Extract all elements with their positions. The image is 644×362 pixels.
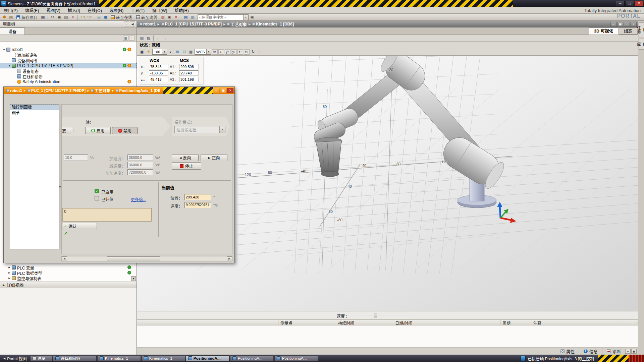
- forward-arrow-icon[interactable]: →: [162, 36, 168, 41]
- measure-column-header[interactable]: 持续时间: [336, 320, 393, 325]
- pose-wcs-value[interactable]: -133.35: [149, 70, 168, 76]
- disable-button[interactable]: ×禁用: [112, 127, 138, 134]
- menu-item[interactable]: 视图(V): [43, 6, 64, 14]
- search-input[interactable]: <在项目中搜索>▾: [198, 14, 249, 20]
- menu-item[interactable]: 在线(O): [84, 6, 106, 14]
- maximize-button[interactable]: □: [625, 1, 634, 6]
- more-info-link[interactable]: 更多信...: [131, 196, 146, 202]
- mode-select[interactable]: 速度设定值▾: [174, 126, 225, 133]
- detail-view-header[interactable]: ▶ 详细视图: [0, 282, 137, 288]
- breadcrumb-item[interactable]: 工艺对象: [91, 88, 110, 93]
- measure-column-header[interactable]: 日期/时间: [393, 320, 500, 325]
- breadcrumb-item[interactable]: PositioningAxis_1 [DB2]: [116, 88, 160, 93]
- editor-restore-icon[interactable]: ▣: [617, 22, 623, 27]
- inspector-restore-icon[interactable]: ▣: [631, 349, 637, 354]
- editor-minimize-icon[interactable]: ─: [610, 22, 616, 27]
- breadcrumb-item[interactable]: PLC_1 [CPU 1517TF-3 PN/DP]: [28, 88, 86, 93]
- pin-panel-icon[interactable]: ▫: [124, 21, 129, 26]
- tree-item[interactable]: ▶PLC 变量: [0, 265, 137, 270]
- menu-item[interactable]: 帮助(H): [171, 6, 192, 14]
- split-horizontal-icon[interactable]: ▤: [183, 14, 189, 20]
- decel-input[interactable]: 36000.0: [127, 162, 153, 168]
- menu-item[interactable]: 插入(I): [64, 6, 84, 14]
- link-icon[interactable]: ▧: [139, 36, 145, 41]
- pose-mcs-value[interactable]: 301.198: [179, 77, 199, 82]
- copy-icon[interactable]: ▣: [56, 14, 62, 20]
- slider-thumb[interactable]: [374, 313, 377, 317]
- coord-dropdown-icon[interactable]: ▾: [206, 49, 211, 54]
- taskbar-button[interactable]: 总览: [30, 355, 52, 361]
- popup-titlebar[interactable]: robot1▶PLC_1 [CPU 1517TF-3 PN/DP]▶工艺对象▶P…: [4, 87, 234, 94]
- menu-item[interactable]: 选项(N): [106, 6, 127, 14]
- measure-column-header[interactable]: 测量点: [278, 320, 336, 325]
- axis-panel-nav-item[interactable]: 轴控制面板: [10, 105, 59, 110]
- unlink-icon[interactable]: ▨: [146, 36, 152, 41]
- speed-slider[interactable]: [353, 313, 410, 318]
- fit-view-icon[interactable]: ⊞: [174, 49, 180, 55]
- home-view-icon[interactable]: +: [257, 49, 263, 55]
- contrast-icon[interactable]: ◐: [168, 49, 174, 55]
- breadcrumb-item[interactable]: robot1: [6, 88, 22, 93]
- inspector-tab-properties[interactable]: 属性: [556, 348, 579, 355]
- zoom-select[interactable]: 100▾: [152, 49, 167, 55]
- grid-toggle-icon[interactable]: ▦: [188, 49, 194, 55]
- taskbar-button[interactable]: PositioningA...: [274, 355, 318, 361]
- collapse-panel-icon[interactable]: ◀: [130, 21, 135, 26]
- go-offline-button[interactable]: 转至离线: [135, 14, 159, 20]
- back-arrow-icon[interactable]: ←: [155, 36, 161, 41]
- pose-mcs-value[interactable]: 29.748: [179, 70, 199, 76]
- popup-dock-icon[interactable]: ▣: [220, 88, 226, 93]
- inspector-minimize-icon[interactable]: ─: [625, 349, 631, 354]
- inspector-tab-info[interactable]: 信息: [579, 348, 602, 355]
- expander-icon[interactable]: ▼: [7, 65, 11, 67]
- jog-z-plus-icon[interactable]: z↑: [237, 49, 243, 55]
- message-box[interactable]: 0: [62, 208, 152, 222]
- portal-view-button[interactable]: ◀ Portal 视图: [0, 356, 30, 361]
- delete-icon[interactable]: ×: [70, 14, 76, 20]
- brightness-icon[interactable]: ☀: [146, 49, 152, 55]
- taskbar-button[interactable]: Kinematics_1: [97, 355, 141, 361]
- accel-input[interactable]: 36000.0: [127, 155, 153, 161]
- pose-mcs-value[interactable]: 299.508: [179, 64, 199, 69]
- menu-item[interactable]: 编辑(E): [21, 6, 43, 14]
- connections-icon[interactable]: ⊞: [96, 14, 102, 20]
- jog-z-minus-icon[interactable]: z↓: [244, 49, 250, 55]
- jog-backward-button[interactable]: ◀反向: [172, 154, 199, 161]
- new-project-icon[interactable]: ✱: [1, 14, 7, 20]
- velocity-input[interactable]: 10.0: [64, 155, 88, 161]
- menu-item[interactable]: 工具(T): [127, 6, 148, 14]
- acknowledge-button[interactable]: ✓确认: [62, 223, 97, 229]
- menu-item[interactable]: 项目(P): [0, 6, 21, 14]
- measure-column-header[interactable]: 注释: [531, 320, 638, 325]
- tree-item[interactable]: ▼PLC_1 [CPU 1517TF-3 PN/DP]✓!: [0, 63, 137, 68]
- tree-item[interactable]: 设备和网络: [0, 58, 137, 63]
- scroll-left-icon[interactable]: ◀: [62, 256, 67, 261]
- expander-icon[interactable]: ▶: [7, 272, 11, 274]
- network-view-icon[interactable]: ▦: [103, 14, 109, 20]
- tree-item[interactable]: Safety Administration!: [0, 79, 137, 84]
- jog-forward-button[interactable]: ▶正向: [201, 154, 227, 161]
- expander-icon[interactable]: ▶: [7, 266, 11, 269]
- inspector-tab-diagnostics[interactable]: 诊断: [602, 348, 625, 355]
- tree-item[interactable]: ▶PLC 数据类型: [0, 270, 137, 276]
- menu-item[interactable]: 窗口(W): [148, 6, 171, 14]
- tab-3d-visualization[interactable]: 3D 可视化: [589, 27, 618, 35]
- tree-item[interactable]: ▼robot1✓!: [0, 47, 137, 52]
- redo-button[interactable]: ↷▾: [86, 14, 92, 20]
- scrollbar-track[interactable]: [67, 256, 227, 261]
- tree-sort-icon[interactable]: ↕: [129, 36, 135, 41]
- popup-close-icon[interactable]: ×: [227, 88, 233, 93]
- robot-tool-icon[interactable]: ▣: [249, 14, 255, 20]
- scrollbar-thumb[interactable]: [107, 256, 160, 261]
- pose-wcs-value[interactable]: 45.413: [149, 77, 168, 82]
- coord-system-select[interactable]: WCS▾: [195, 49, 211, 55]
- enable-button[interactable]: 启用: [85, 127, 111, 134]
- tree-item[interactable]: 设备组态: [0, 68, 137, 74]
- axis-panel-nav-item[interactable]: 调节: [10, 110, 59, 116]
- reset-view-icon[interactable]: ⊡: [181, 49, 187, 55]
- actual-speed-value[interactable]: 9.99927520751: [184, 202, 211, 208]
- tree-item[interactable]: 在线和诊断: [0, 74, 137, 79]
- measure-column-header[interactable]: 周期: [500, 320, 531, 325]
- tab-devices[interactable]: 设备: [0, 27, 25, 35]
- scroll-right-icon[interactable]: ▶: [227, 256, 232, 261]
